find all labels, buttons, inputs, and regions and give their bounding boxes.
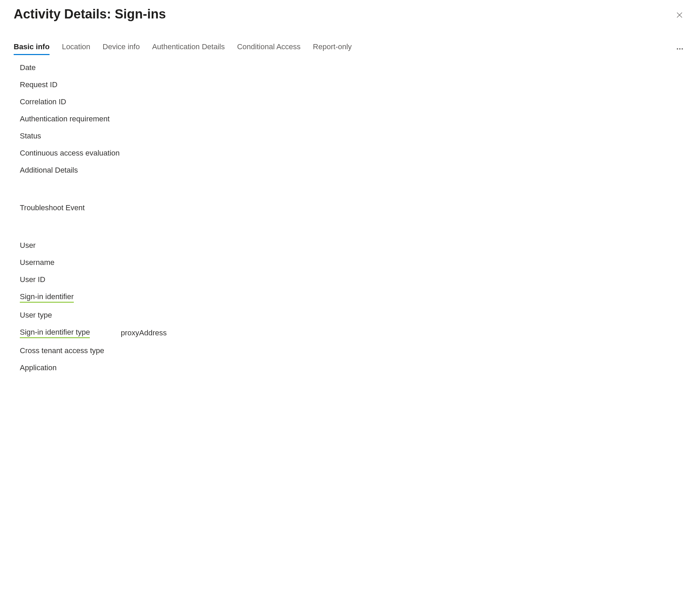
ellipsis-icon	[682, 48, 683, 50]
section-gap	[20, 220, 686, 241]
ellipsis-icon	[679, 48, 681, 50]
field-row: Continuous access evaluation	[20, 149, 686, 158]
field-row: Request ID	[20, 80, 686, 89]
field-value-signin-identifier-type: proxyAddress	[121, 329, 167, 337]
field-label-user-id: User ID	[20, 275, 45, 284]
tab-conditional-access[interactable]: Conditional Access	[237, 42, 301, 55]
page-title: Activity Details: Sign-ins	[14, 7, 166, 22]
field-row: User	[20, 241, 686, 250]
field-row: Cross tenant access type	[20, 346, 686, 355]
field-label-user-type: User type	[20, 311, 52, 320]
field-row: Date	[20, 63, 686, 72]
field-row: User ID	[20, 275, 686, 284]
close-button[interactable]	[673, 8, 686, 22]
field-label-cross-tenant: Cross tenant access type	[20, 346, 104, 355]
tab-authentication-details[interactable]: Authentication Details	[152, 42, 225, 55]
tab-report-only[interactable]: Report-only	[313, 42, 352, 55]
tab-device-info[interactable]: Device info	[102, 42, 140, 55]
field-row: Sign-in identifier	[20, 292, 686, 303]
tabs-row: Basic info Location Device info Authenti…	[14, 42, 686, 55]
field-row: Troubleshoot Event	[20, 203, 686, 212]
field-label-date: Date	[20, 63, 36, 72]
field-label-signin-identifier: Sign-in identifier	[20, 292, 74, 303]
field-row: Username	[20, 258, 686, 267]
field-label-cae: Continuous access evaluation	[20, 149, 120, 158]
field-label-username: Username	[20, 258, 54, 267]
field-label-signin-identifier-type: Sign-in identifier type	[20, 328, 90, 338]
field-row: Application	[20, 363, 686, 372]
tab-location[interactable]: Location	[62, 42, 90, 55]
section-gap	[20, 183, 686, 203]
field-label-troubleshoot-event: Troubleshoot Event	[20, 203, 85, 212]
field-label-user: User	[20, 241, 36, 250]
tabs-container: Basic info Location Device info Authenti…	[14, 42, 352, 55]
ellipsis-icon	[677, 48, 678, 50]
field-row: Status	[20, 132, 686, 141]
field-row: Sign-in identifier type proxyAddress	[20, 328, 686, 338]
field-label-additional-details: Additional Details	[20, 166, 78, 175]
field-row: Additional Details	[20, 166, 686, 175]
field-label-request-id: Request ID	[20, 80, 57, 89]
field-label-correlation-id: Correlation ID	[20, 97, 66, 106]
field-row: Authentication requirement	[20, 115, 686, 123]
panel-header: Activity Details: Sign-ins	[14, 7, 686, 22]
close-icon	[676, 11, 683, 19]
field-row: Correlation ID	[20, 97, 686, 106]
basic-info-content: Date Request ID Correlation ID Authentic…	[14, 63, 686, 372]
field-label-application: Application	[20, 363, 57, 372]
more-tabs-button[interactable]	[673, 46, 686, 52]
field-label-auth-requirement: Authentication requirement	[20, 115, 110, 123]
tab-basic-info[interactable]: Basic info	[14, 42, 50, 55]
field-label-status: Status	[20, 132, 41, 141]
field-row: User type	[20, 311, 686, 320]
